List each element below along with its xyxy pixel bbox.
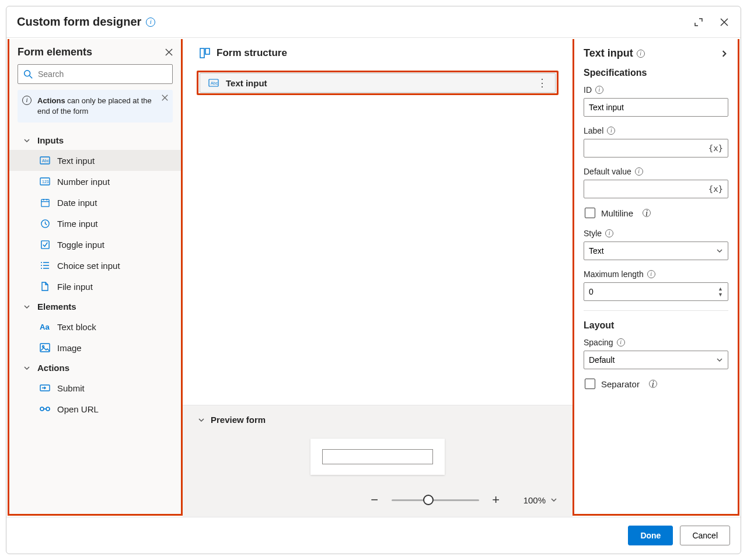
done-button[interactable]: Done <box>628 526 673 545</box>
separator-checkbox-row: Separator i <box>585 379 728 389</box>
chevron-down-icon <box>22 363 32 373</box>
label-input[interactable] <box>589 144 708 153</box>
properties-title: Text input <box>584 47 633 60</box>
group-inputs[interactable]: Inputs <box>9 131 181 150</box>
group-elements[interactable]: Elements <box>9 297 181 316</box>
structure-row-text-input[interactable]: Abc Text input ⋮ <box>197 71 558 95</box>
max-length-field: Maximum lengthi ▲▼ <box>584 270 728 301</box>
structure-row-label: Text input <box>226 78 267 88</box>
maximize-icon[interactable] <box>693 16 704 28</box>
item-open-url[interactable]: Open URL <box>9 398 181 419</box>
notice-actions-placement: i Actions can only be placed at the end … <box>18 90 173 123</box>
form-structure-title: Form structure <box>217 47 287 59</box>
item-text-input[interactable]: Abc Text input <box>9 150 181 171</box>
group-actions[interactable]: Actions <box>9 358 181 377</box>
fx-button[interactable]: {x} <box>708 184 723 194</box>
number-input-icon: 123 <box>40 176 50 187</box>
info-icon[interactable]: i <box>635 167 643 176</box>
svg-rect-12 <box>200 48 204 58</box>
title-bar: Custom form designer i <box>6 6 741 38</box>
search-box[interactable] <box>18 64 173 84</box>
cancel-button[interactable]: Cancel <box>680 526 730 545</box>
info-icon[interactable]: i <box>595 86 603 94</box>
info-icon[interactable]: i <box>647 270 655 278</box>
info-icon[interactable]: i <box>649 380 657 388</box>
item-file-input[interactable]: File input <box>9 276 181 297</box>
properties-panel: Text input i Specifications IDi Labeli {… <box>573 39 739 516</box>
close-icon[interactable] <box>718 16 730 28</box>
stepper-down-icon[interactable]: ▼ <box>718 292 723 297</box>
svg-rect-5 <box>41 200 48 206</box>
text-input-icon: Abc <box>40 155 50 166</box>
multiline-checkbox[interactable] <box>585 208 595 218</box>
preview-section: Preview form − + 100% <box>183 405 573 517</box>
svg-point-0 <box>25 71 30 76</box>
preview-header[interactable]: Preview form <box>194 411 561 433</box>
max-length-input[interactable]: ▲▼ <box>584 282 728 301</box>
submit-icon <box>40 383 50 393</box>
info-icon[interactable]: i <box>637 50 645 58</box>
chevron-down-icon <box>550 496 557 503</box>
zoom-in-button[interactable]: + <box>490 492 502 508</box>
svg-rect-7 <box>41 241 48 249</box>
info-icon[interactable]: i <box>146 18 155 27</box>
item-date-input[interactable]: Date input <box>9 192 181 213</box>
chevron-right-icon[interactable] <box>720 50 728 58</box>
zoom-thumb[interactable] <box>423 495 434 505</box>
structure-icon <box>199 47 211 59</box>
svg-text:Aa: Aa <box>40 323 50 331</box>
chevron-down-icon <box>22 302 32 312</box>
item-time-input[interactable]: Time input <box>9 213 181 234</box>
dialog-footer: Done Cancel <box>6 517 741 554</box>
preview-card <box>310 439 445 475</box>
stepper-up-icon[interactable]: ▲ <box>718 286 723 291</box>
window-title: Custom form designer <box>17 15 141 29</box>
calendar-icon <box>40 197 50 208</box>
preview-text-input[interactable] <box>322 449 433 464</box>
file-icon <box>40 281 50 292</box>
item-toggle-input[interactable]: Toggle input <box>9 234 181 255</box>
item-submit[interactable]: Submit <box>9 377 181 398</box>
style-field: Stylei Text <box>584 229 728 260</box>
item-choice-set-input[interactable]: Choice set input <box>9 255 181 276</box>
form-designer-window: Custom form designer i Form elements <box>6 6 741 554</box>
multiline-checkbox-row: Multiline i <box>585 208 728 218</box>
image-icon <box>40 342 50 353</box>
zoom-out-button[interactable]: − <box>368 492 381 508</box>
default-value-field: Default valuei {x} <box>584 167 728 198</box>
properties-header: Text input i <box>584 45 728 68</box>
fx-button[interactable]: {x} <box>708 144 723 153</box>
style-select[interactable]: Text <box>584 242 728 260</box>
item-image[interactable]: Image <box>9 337 181 358</box>
label-field: Labeli {x} <box>584 126 728 158</box>
form-elements-header: Form elements <box>9 39 181 64</box>
spacing-select[interactable]: Default <box>584 351 728 369</box>
form-elements-panel: Form elements i Actions can only be plac… <box>8 39 183 516</box>
item-text-block[interactable]: Aa Text block <box>9 316 181 337</box>
text-block-icon: Aa <box>40 321 50 332</box>
search-wrap <box>9 64 181 90</box>
layout-section-title: Layout <box>584 320 728 331</box>
search-input[interactable] <box>38 69 167 79</box>
preview-title: Preview form <box>211 415 266 425</box>
elements-tree: Inputs Abc Text input 123 Number input D… <box>9 128 181 422</box>
zoom-slider[interactable] <box>392 499 479 501</box>
info-icon[interactable]: i <box>617 338 625 346</box>
specifications-section-title: Specifications <box>584 68 728 78</box>
id-input[interactable] <box>589 103 723 112</box>
separator-checkbox[interactable] <box>585 379 595 389</box>
chevron-down-icon <box>716 356 723 363</box>
preview-canvas <box>194 433 561 492</box>
zoom-dropdown[interactable]: 100% <box>523 495 557 505</box>
more-icon[interactable]: ⋮ <box>537 76 547 89</box>
default-value-input[interactable] <box>589 184 708 194</box>
item-number-input[interactable]: 123 Number input <box>9 171 181 192</box>
info-icon[interactable]: i <box>643 209 651 217</box>
notice-info-icon: i <box>22 96 32 105</box>
svg-text:Abc: Abc <box>211 81 218 85</box>
panel-close-icon[interactable] <box>165 48 173 56</box>
notice-dismiss-icon[interactable] <box>162 94 168 101</box>
info-icon[interactable]: i <box>605 229 613 237</box>
svg-rect-13 <box>205 48 210 54</box>
info-icon[interactable]: i <box>607 127 615 135</box>
